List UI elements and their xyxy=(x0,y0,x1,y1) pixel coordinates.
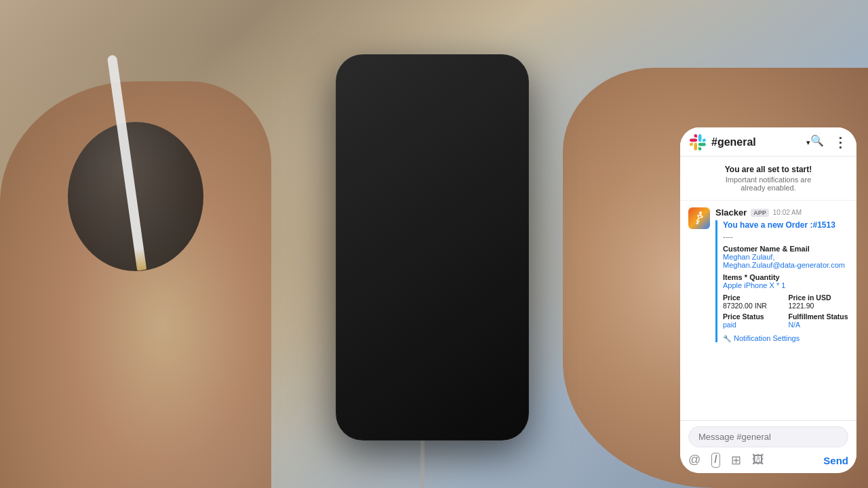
message-content: Slacker APP 10:02 AM You have a new Orde… xyxy=(715,207,848,342)
customer-value: Meghan Zulauf, Meghan.Zulauf@data-genera… xyxy=(723,253,848,269)
input-toolbar: @ / ⊞ 🖼 Send xyxy=(688,453,848,468)
attachment-icon[interactable]: ⊞ xyxy=(731,453,741,468)
price-label: Price xyxy=(723,293,783,302)
avatar-icon xyxy=(691,210,707,226)
channel-name: #general xyxy=(711,136,809,148)
order-title: You have a new Order :#1513 xyxy=(723,220,848,230)
order-grid: Price 87320.00 INR Price in USD 1221.90 … xyxy=(723,293,848,329)
input-icons: @ / ⊞ 🖼 xyxy=(688,453,764,468)
slash-icon[interactable]: / xyxy=(711,453,719,468)
slack-logo xyxy=(690,134,706,150)
price-usd-value: 1221.90 xyxy=(789,302,849,310)
setup-message: You are all set to start! Important noti… xyxy=(680,157,856,201)
price-value: 87320.00 INR xyxy=(723,302,783,310)
price-cell: Price 87320.00 INR xyxy=(723,293,783,310)
message-meta: Slacker APP 10:02 AM xyxy=(715,207,848,218)
items-value: Apple iPhone X * 1 xyxy=(723,281,848,289)
at-icon[interactable]: @ xyxy=(688,453,701,468)
slack-header: #general ▾ 🔍 ⋮ xyxy=(680,127,856,157)
sender-name: Slacker xyxy=(715,207,747,218)
setup-sub-text: Important notifications are already enab… xyxy=(690,176,847,192)
fulfillment-value: N/A xyxy=(789,321,849,329)
price-usd-label: Price in USD xyxy=(789,293,849,302)
app-badge: APP xyxy=(751,209,769,217)
wrench-icon: 🔧 xyxy=(723,335,731,342)
message-timestamp: 10:02 AM xyxy=(773,209,802,216)
order-card: You have a new Order :#1513 ---- Custome… xyxy=(715,220,848,342)
order-divider: ---- xyxy=(723,232,848,241)
avatar xyxy=(688,207,710,229)
fulfillment-label: Fulfillment Status xyxy=(789,312,849,321)
price-status-label: Price Status xyxy=(723,312,783,321)
customer-label: Customer Name & Email xyxy=(723,245,848,253)
message-input[interactable] xyxy=(688,426,848,447)
header-icons: 🔍 ⋮ xyxy=(810,134,847,150)
price-status-value: paid xyxy=(723,321,783,329)
items-label: Items * Quantity xyxy=(723,273,848,281)
fulfillment-cell: Fulfillment Status N/A xyxy=(789,312,849,329)
svg-point-0 xyxy=(699,211,702,214)
phone-screen: #general ▾ 🔍 ⋮ You are all set to start!… xyxy=(680,127,856,473)
messages-area: You are all set to start! Important noti… xyxy=(680,157,856,420)
setup-ready-text: You are all set to start! xyxy=(690,165,847,174)
search-icon[interactable]: 🔍 xyxy=(810,134,824,150)
charging-cable xyxy=(420,434,425,488)
phone-device: #general ▾ 🔍 ⋮ You are all set to start!… xyxy=(336,54,529,441)
price-status-cell: Price Status paid xyxy=(723,312,783,329)
more-options-icon[interactable]: ⋮ xyxy=(833,134,847,150)
notification-settings-label: Notification Settings xyxy=(734,334,800,342)
message-input-area: @ / ⊞ 🖼 Send xyxy=(680,420,856,473)
slacker-message: Slacker APP 10:02 AM You have a new Orde… xyxy=(680,201,856,349)
send-button[interactable]: Send xyxy=(823,455,848,466)
price-usd-cell: Price in USD 1221.90 xyxy=(789,293,849,310)
notification-settings[interactable]: 🔧 Notification Settings xyxy=(723,334,848,342)
image-icon[interactable]: 🖼 xyxy=(752,453,764,468)
